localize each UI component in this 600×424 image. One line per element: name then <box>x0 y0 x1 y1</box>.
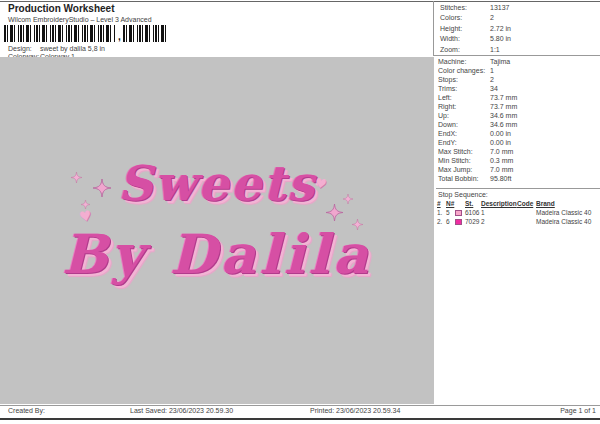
up-label: Up: <box>438 111 490 120</box>
sparkle-icon <box>93 179 111 197</box>
colors-value: 2 <box>490 13 494 23</box>
barcode-separator: , <box>116 31 123 42</box>
endy-value: 0.00 in <box>490 138 511 147</box>
thread-color-swatch <box>455 210 462 216</box>
detail-row-right: Right:73.7 mm <box>438 102 598 111</box>
thread-number: 7029 <box>465 218 479 225</box>
stop-sequence-row: 1. 5 6106 1 Madeira Classic 40 <box>436 209 600 218</box>
max-jump-value: 7.0 mm <box>490 165 513 174</box>
thread-description: 2 <box>481 218 485 225</box>
detail-row-machine: Machine:Tajima <box>438 57 598 66</box>
stitches-label: Stitches: <box>440 3 490 13</box>
width-value: 5.80 in <box>490 34 511 44</box>
design-value: sweet by dalila 5,8 in <box>40 45 105 52</box>
heart-icon: ♥ <box>314 176 328 191</box>
footer-divider <box>0 405 600 406</box>
page-number: Page 1 of 1 <box>560 407 596 414</box>
last-saved-text: Last Saved: 23/06/2023 20.59.30 <box>130 407 233 414</box>
stops-label: Stops: <box>438 75 490 84</box>
down-label: Down: <box>438 120 490 129</box>
color-changes-label: Color changes: <box>438 66 490 75</box>
machine-details-panel: Machine:Tajima Color changes:1 Stops:2 T… <box>438 57 598 183</box>
barcode-bars-icon <box>4 25 116 42</box>
total-bobbin-label: Total Bobbin: <box>438 174 490 183</box>
embroidery-text-line1: Sweets <box>0 159 434 207</box>
design-canvas: Sweets By Dalila ♥ ♥ <box>0 57 434 404</box>
summary-row-height: Height: 2.72 in <box>440 24 600 34</box>
sparkle-icon <box>343 194 353 204</box>
machine-label: Machine: <box>438 57 490 66</box>
height-label: Height: <box>440 24 490 34</box>
min-stitch-value: 0.3 mm <box>490 156 513 165</box>
software-subtitle: Wilcom EmbroideryStudio – Level 3 Advanc… <box>8 16 152 23</box>
endx-value: 0.00 in <box>490 129 511 138</box>
detail-row-color-changes: Color changes:1 <box>438 66 598 75</box>
stop-sequence-table: # N# St. Description Code Brand 1. 5 610… <box>436 200 600 227</box>
left-label: Left: <box>438 93 490 102</box>
summary-stats-box: Stitches: 13137 Colors: 2 Height: 2.72 i… <box>433 1 600 56</box>
stop-sequence-header-row: # N# St. Description Code Brand <box>436 200 600 209</box>
zoom-value: 1:1 <box>490 45 500 55</box>
created-by-label: Created By: <box>8 407 45 414</box>
heart-icon: ♥ <box>78 208 93 224</box>
trims-value: 34 <box>490 84 498 93</box>
thread-brand: Madeira Classic 40 <box>536 209 591 216</box>
thread-description: 1 <box>481 209 485 216</box>
detail-row-trims: Trims:34 <box>438 84 598 93</box>
thread-brand: Madeira Classic 40 <box>536 218 591 225</box>
row-needle: 6 <box>446 218 450 225</box>
sparkle-icon <box>71 172 82 183</box>
stop-sequence-divider <box>436 188 600 189</box>
detail-row-stops: Stops:2 <box>438 75 598 84</box>
embroidery-text-line2: By Dalila <box>0 227 434 281</box>
up-value: 34.6 mm <box>490 111 517 120</box>
left-value: 73.7 mm <box>490 93 517 102</box>
col-brand: Brand <box>536 200 555 207</box>
stop-sequence-title: Stop Sequence: <box>438 191 488 198</box>
stitches-value: 13137 <box>490 3 509 13</box>
summary-row-width: Width: 5.80 in <box>440 34 600 44</box>
machine-value: Tajima <box>490 57 510 66</box>
thread-number: 6106 <box>465 209 479 216</box>
endx-label: EndX: <box>438 129 490 138</box>
summary-row-colors: Colors: 2 <box>440 13 600 23</box>
footer-bottom-rule <box>0 418 600 420</box>
detail-row-endx: EndX:0.00 in <box>438 129 598 138</box>
detail-row-total-bobbin: Total Bobbin:95.80ft <box>438 174 598 183</box>
zoom-label: Zoom: <box>440 45 490 55</box>
col-description: Description <box>481 200 517 207</box>
stop-sequence-row: 2. 6 7029 2 Madeira Classic 40 <box>436 218 600 227</box>
detail-row-up: Up:34.6 mm <box>438 111 598 120</box>
detail-row-endy: EndY:0.00 in <box>438 138 598 147</box>
barcode-bars-icon <box>123 25 169 42</box>
total-bobbin-value: 95.80ft <box>490 174 511 183</box>
detail-row-down: Down:34.6 mm <box>438 120 598 129</box>
max-stitch-value: 7.0 mm <box>490 147 513 156</box>
width-label: Width: <box>440 34 490 44</box>
detail-row-max-stitch: Max Stitch:7.0 mm <box>438 147 598 156</box>
color-changes-value: 1 <box>490 66 494 75</box>
sparkle-icon <box>352 219 363 230</box>
summary-row-stitches: Stitches: 13137 <box>440 3 600 13</box>
row-needle: 5 <box>446 209 450 216</box>
col-num: # <box>437 200 441 207</box>
height-value: 2.72 in <box>490 24 511 34</box>
col-thread: St. <box>465 200 473 207</box>
down-value: 34.6 mm <box>490 120 517 129</box>
design-row: Design: sweet by dalila 5,8 in <box>8 45 105 52</box>
design-barcode: , <box>4 25 169 42</box>
max-jump-label: Max Jump: <box>438 165 490 174</box>
min-stitch-label: Min Stitch: <box>438 156 490 165</box>
endy-label: EndY: <box>438 138 490 147</box>
production-worksheet-page: Production Worksheet Wilcom EmbroiderySt… <box>0 0 600 424</box>
row-num: 1. <box>437 209 442 216</box>
detail-row-min-stitch: Min Stitch:0.3 mm <box>438 156 598 165</box>
right-value: 73.7 mm <box>490 102 517 111</box>
printed-text: Printed: 23/06/2023 20.59.34 <box>310 407 400 414</box>
max-stitch-label: Max Stitch: <box>438 147 490 156</box>
page-title: Production Worksheet <box>8 3 115 14</box>
col-code: Code <box>517 200 533 207</box>
trims-label: Trims: <box>438 84 490 93</box>
colors-label: Colors: <box>440 13 490 23</box>
right-label: Right: <box>438 102 490 111</box>
